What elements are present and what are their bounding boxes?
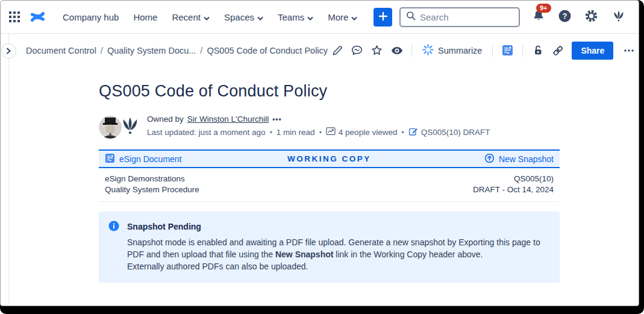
esign-doc-icon bbox=[105, 153, 115, 165]
summarize-label: Summarize bbox=[438, 46, 482, 55]
nav-label: Company hub bbox=[63, 12, 119, 22]
confluence-logo[interactable] bbox=[30, 10, 45, 24]
chevron-down-icon bbox=[307, 12, 313, 22]
nav-item-more[interactable]: More bbox=[321, 7, 364, 27]
page-content: QS005 Code of Conduct Policy bbox=[99, 82, 560, 306]
read-time: 1 min read bbox=[277, 128, 315, 137]
esign-document-button[interactable] bbox=[498, 42, 517, 60]
doc-description-line2: Quality System Procedure bbox=[105, 184, 199, 195]
star-button[interactable] bbox=[367, 42, 386, 60]
working-copy-bar: eSign Document WORKING COPY New Snapshot bbox=[99, 149, 560, 168]
byline-text: Owned by Sir Winston L'Churchill ••• Las… bbox=[147, 115, 490, 138]
doc-status: QS005(10) DRAFT - Oct 14, 2024 bbox=[473, 174, 554, 195]
summarize-button[interactable]: Summarize bbox=[417, 41, 487, 60]
owner-line: Owned by Sir Winston L'Churchill ••• bbox=[147, 115, 490, 124]
owner-more-button[interactable]: ••• bbox=[272, 115, 282, 124]
breadcrumb-separator: / bbox=[96, 46, 107, 55]
search-box bbox=[399, 7, 520, 27]
doc-ref[interactable]: QS005(10) DRAFT bbox=[408, 127, 490, 138]
esign-document-link[interactable]: eSign Document bbox=[105, 153, 182, 165]
owner-avatars bbox=[99, 115, 141, 140]
nav-menu: Company hub Home Recent Spaces Teams Mor… bbox=[56, 7, 364, 27]
search-icon bbox=[406, 11, 416, 23]
nav-item-company-hub[interactable]: Company hub bbox=[56, 7, 125, 27]
info-panel-line2: Externally authored PDFs can also be upl… bbox=[127, 260, 550, 272]
toolbar-divider bbox=[492, 45, 493, 57]
page-actions: Summarize Share bbox=[328, 41, 638, 60]
confluence-page: Company hub Home Recent Spaces Teams Mor… bbox=[0, 0, 639, 306]
chevron-down-icon bbox=[204, 12, 210, 22]
doc-ref-label: QS005(10) DRAFT bbox=[421, 128, 490, 137]
nav-label: Teams bbox=[278, 12, 304, 22]
meta-separator bbox=[319, 128, 322, 137]
last-updated: Last updated: just a moment ago bbox=[147, 128, 266, 137]
snapshot-pending-panel: Snapshot Pending Snapshot mode is enable… bbox=[99, 212, 560, 283]
settings-button[interactable] bbox=[584, 9, 598, 25]
top-navigation: Company hub Home Recent Spaces Teams Mor… bbox=[1, 1, 639, 34]
info-panel-body: Snapshot Pending Snapshot mode is enable… bbox=[127, 221, 550, 272]
sidebar-rail bbox=[8, 34, 9, 306]
esign-document-label: eSign Document bbox=[119, 154, 182, 164]
watch-button[interactable] bbox=[387, 42, 406, 60]
breadcrumb: Document Control / Quality System Docu..… bbox=[26, 46, 328, 55]
owner-link[interactable]: Sir Winston L'Churchill bbox=[187, 115, 269, 124]
breadcrumb-separator: / bbox=[196, 46, 207, 55]
page-toolbar-row: Document Control / Quality System Docu..… bbox=[1, 34, 639, 67]
doc-description: eSign Demonstrations Quality System Proc… bbox=[105, 174, 199, 195]
sidebar-expand-button[interactable] bbox=[1, 43, 16, 58]
doc-id: QS005(10) bbox=[473, 174, 554, 184]
doc-description-line1: eSign Demonstrations bbox=[105, 174, 199, 184]
meta-separator bbox=[270, 128, 272, 137]
restrictions-button[interactable] bbox=[528, 42, 547, 60]
toolbar-divider bbox=[411, 45, 412, 57]
analytics-icon bbox=[326, 127, 336, 137]
topbar-actions: 9+ ? bbox=[532, 8, 627, 27]
page-title: QS005 Code of Conduct Policy bbox=[99, 82, 560, 101]
nav-label: Recent bbox=[172, 12, 201, 22]
nav-item-home[interactable]: Home bbox=[127, 7, 164, 27]
plus-icon bbox=[378, 11, 388, 23]
nav-label: Spaces bbox=[224, 12, 254, 22]
nav-item-recent[interactable]: Recent bbox=[165, 7, 216, 27]
upload-icon bbox=[484, 153, 495, 165]
create-button[interactable] bbox=[374, 8, 392, 27]
comment-button[interactable] bbox=[348, 42, 366, 60]
breadcrumb-item-current[interactable]: QS005 Code of Conduct Policy bbox=[207, 46, 328, 55]
share-button[interactable]: Share bbox=[572, 42, 613, 60]
nav-label: More bbox=[328, 12, 348, 22]
app-switcher-icon[interactable] bbox=[9, 11, 20, 23]
people-viewed-label: 4 people viewed bbox=[339, 128, 398, 137]
copy-link-button[interactable] bbox=[548, 42, 567, 60]
window-frame: Company hub Home Recent Spaces Teams Mor… bbox=[0, 0, 644, 314]
nav-item-teams[interactable]: Teams bbox=[271, 7, 320, 27]
chevron-down-icon bbox=[351, 12, 357, 22]
edit-square-icon bbox=[408, 127, 418, 138]
info-panel-paragraph: Snapshot mode is enabled and awaiting a … bbox=[127, 236, 550, 260]
edit-button[interactable] bbox=[328, 42, 346, 60]
info-text-bold: New Snapshot bbox=[275, 250, 333, 259]
owner-photo-avatar[interactable] bbox=[99, 116, 122, 139]
working-copy-meta: eSign Demonstrations Quality System Proc… bbox=[99, 168, 560, 202]
notifications-button[interactable]: 9+ bbox=[532, 9, 545, 25]
more-actions-button[interactable] bbox=[619, 42, 638, 60]
owned-by-label: Owned by bbox=[147, 115, 184, 124]
new-snapshot-link[interactable]: New Snapshot bbox=[484, 153, 554, 165]
notification-badge: 9+ bbox=[536, 4, 551, 13]
chevron-down-icon bbox=[257, 12, 263, 22]
info-icon bbox=[108, 221, 119, 272]
meta-separator bbox=[401, 128, 404, 137]
search-input[interactable] bbox=[420, 12, 513, 22]
people-viewed-link[interactable]: 4 people viewed bbox=[326, 127, 398, 137]
doc-status-date: DRAFT - Oct 14, 2024 bbox=[473, 184, 554, 195]
page-meta-line: Last updated: just a moment ago 1 min re… bbox=[147, 127, 490, 138]
byline: Owned by Sir Winston L'Churchill ••• Las… bbox=[99, 115, 560, 140]
bell-icon bbox=[532, 14, 545, 24]
info-panel-title: Snapshot Pending bbox=[127, 221, 550, 233]
new-snapshot-label: New Snapshot bbox=[499, 154, 554, 164]
breadcrumb-item-space[interactable]: Document Control bbox=[26, 46, 96, 55]
nav-item-spaces[interactable]: Spaces bbox=[217, 7, 270, 27]
help-button[interactable]: ? bbox=[558, 9, 572, 25]
owner-tulip-avatar[interactable] bbox=[119, 115, 141, 140]
breadcrumb-item-parent[interactable]: Quality System Docu... bbox=[107, 46, 196, 55]
profile-avatar[interactable] bbox=[611, 8, 627, 27]
